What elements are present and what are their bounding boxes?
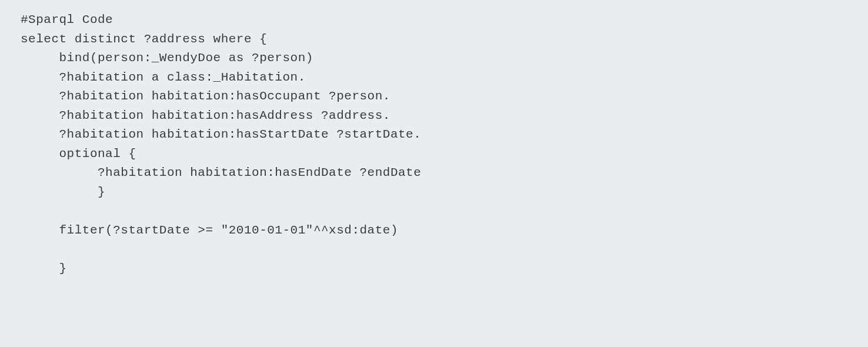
code-line: ?habitation habitation:hasStartDate ?sta… (21, 128, 421, 141)
code-line: filter(?startDate >= "2010-01-01"^^xsd:d… (21, 223, 398, 237)
code-line: ?habitation habitation:hasOccupant ?pers… (21, 89, 390, 103)
code-line: ?habitation habitation:hasAddress ?addre… (21, 109, 390, 122)
code-line: bind(person:_WendyDoe as ?person) (21, 51, 313, 65)
code-line: #Sparql Code (21, 13, 113, 26)
code-line: ?habitation habitation:hasEndDate ?endDa… (21, 166, 421, 179)
code-line: } (21, 262, 67, 275)
code-line: } (21, 185, 105, 199)
sparql-code-block: #Sparql Code select distinct ?address wh… (21, 11, 847, 279)
code-line: optional { (21, 147, 136, 161)
code-line: select distinct ?address where { (21, 32, 267, 46)
code-line: ?habitation a class:_Habitation. (21, 71, 306, 84)
